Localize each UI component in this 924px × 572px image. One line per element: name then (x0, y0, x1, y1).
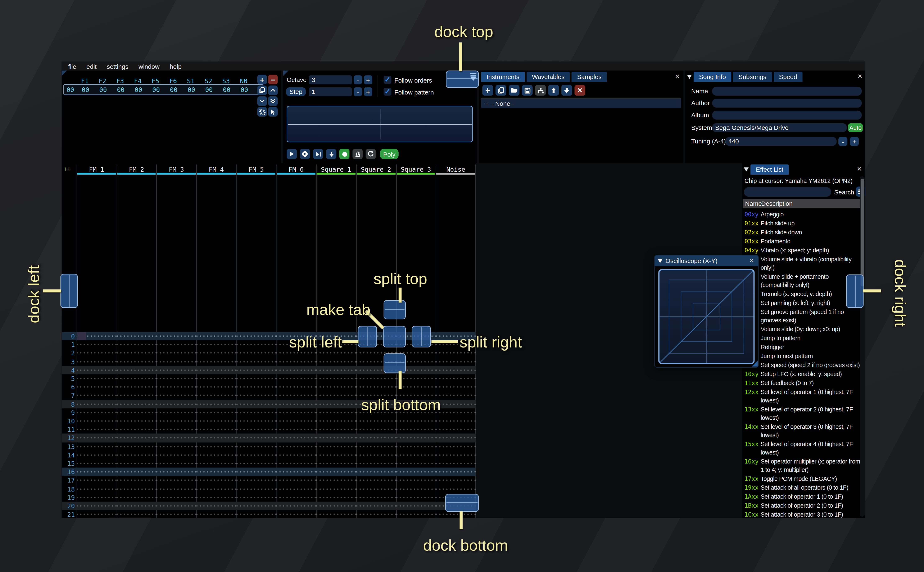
system-input[interactable]: Sega Genesis/Mega Drive (712, 123, 847, 132)
pattern-cell[interactable] (156, 408, 196, 417)
pattern-cell[interactable] (356, 374, 396, 383)
oscilloscope-collapse-icon[interactable] (658, 259, 662, 263)
order-value-F2[interactable]: 00 (94, 86, 112, 93)
split-bottom-target[interactable] (383, 353, 406, 373)
pattern-cell[interactable] (76, 400, 117, 408)
pattern-cell[interactable] (117, 332, 156, 340)
pattern-cell[interactable] (436, 425, 476, 434)
pattern-cell[interactable] (396, 485, 436, 493)
step-minus-button[interactable]: - (354, 87, 362, 96)
pattern-cell[interactable] (316, 408, 356, 417)
tab-instruments[interactable]: Instruments (481, 72, 525, 82)
pattern-cell[interactable] (236, 349, 276, 358)
pattern-cell[interactable] (196, 383, 236, 392)
pattern-row-18[interactable]: 18 (62, 485, 476, 493)
oscilloscope-xy-window[interactable]: Oscilloscope (X-Y) ✕ (654, 255, 759, 368)
record-button[interactable] (340, 149, 350, 159)
pattern-cell[interactable] (76, 417, 117, 425)
effect-row-1Bxx[interactable]: 1BxxSet attack of operator 2 (0 to 1F) (742, 501, 862, 510)
pattern-cell[interactable] (196, 349, 236, 358)
pattern-cell[interactable] (76, 476, 117, 485)
pattern-cell[interactable] (276, 374, 316, 383)
pattern-cell[interactable] (236, 400, 276, 408)
pattern-cell[interactable] (76, 357, 117, 366)
effect-row-17xx[interactable]: 17xxToggle PCM mode (LEGACY) (742, 474, 862, 483)
pattern-cell[interactable] (117, 510, 156, 518)
pattern-cell[interactable] (117, 434, 156, 442)
pattern-cell[interactable] (436, 374, 476, 383)
pattern-cell[interactable] (436, 434, 476, 442)
dock-top-target[interactable] (446, 70, 479, 88)
pattern-cell[interactable] (117, 366, 156, 375)
pattern-row-2[interactable]: 2 (62, 349, 476, 358)
pattern-cell[interactable] (316, 417, 356, 425)
pattern-cell[interactable] (236, 417, 276, 425)
pattern-row-5[interactable]: 5 (62, 374, 476, 383)
pattern-cell[interactable] (236, 451, 276, 459)
pattern-cell[interactable] (236, 468, 276, 476)
pattern-cell[interactable] (117, 468, 156, 476)
tab-wavetables[interactable]: Wavetables (527, 72, 570, 82)
dock-bottom-target[interactable] (445, 494, 479, 512)
order-up-button[interactable] (268, 85, 278, 95)
metronome-button[interactable] (352, 149, 363, 159)
tab-song-info[interactable]: Song Info (693, 72, 731, 82)
system-auto-button[interactable]: Auto (848, 123, 863, 132)
effect-row-1Axx[interactable]: 1AxxSet attack of operator 1 (0 to 1F) (742, 492, 862, 501)
effect-table-header[interactable]: Name Description (743, 199, 860, 208)
pattern-cell[interactable] (76, 451, 117, 459)
pattern-cell[interactable] (156, 417, 196, 425)
effect-row-01xx[interactable]: 01xxPitch slide up (742, 219, 862, 228)
pattern-row-19[interactable]: 19 (62, 493, 476, 502)
pattern-cell[interactable] (276, 451, 316, 459)
pattern-cell[interactable] (396, 510, 436, 518)
effect-row-03xx[interactable]: 03xxPortamento (742, 237, 862, 246)
channel-header-fm-2[interactable]: FM 2 (117, 166, 156, 173)
effect-row-0Cxx[interactable]: 0CxxRetrigger (742, 343, 862, 352)
pattern-cell[interactable] (156, 451, 196, 459)
effect-search-input[interactable] (744, 187, 831, 197)
pattern-cell[interactable] (196, 476, 236, 485)
menu-item-help[interactable]: help (170, 62, 182, 70)
song-info-collapse-icon[interactable] (687, 75, 692, 79)
channel-header-fm-3[interactable]: FM 3 (156, 166, 196, 173)
effect-list-scrollbar-thumb[interactable] (861, 179, 864, 286)
pattern-cell[interactable] (316, 451, 356, 459)
effect-row-1Cxx[interactable]: 1CxxSet attack of operator 3 (0 to 1F) (742, 510, 862, 518)
menu-item-window[interactable]: window (139, 62, 159, 70)
pattern-cell[interactable] (276, 510, 316, 518)
pattern-cell[interactable] (156, 510, 196, 518)
pattern-cell[interactable] (196, 459, 236, 468)
pattern-cell[interactable] (356, 459, 396, 468)
pattern-cell[interactable] (356, 502, 396, 510)
pattern-cell[interactable] (356, 451, 396, 459)
effect-row-13xx[interactable]: 13xxSet level of operator 2 (0 highest, … (742, 405, 862, 422)
oscilloscope-close-icon[interactable]: ✕ (748, 257, 755, 264)
pattern-cell[interactable] (196, 468, 236, 476)
pattern-cell[interactable] (396, 468, 436, 476)
pattern-cell[interactable] (156, 366, 196, 375)
pattern-cell[interactable] (76, 408, 117, 417)
make-tab-target[interactable] (383, 326, 406, 347)
pattern-cell[interactable] (117, 340, 156, 349)
pattern-cell[interactable] (117, 493, 156, 502)
pattern-cell[interactable] (276, 493, 316, 502)
pattern-cell[interactable] (436, 468, 476, 476)
effect-row-19xx[interactable]: 19xxSet attack of all operators (0 to 1F… (742, 483, 862, 492)
pattern-cell[interactable] (117, 459, 156, 468)
channel-header-noise[interactable]: Noise (436, 166, 476, 173)
song-info-close-icon[interactable]: ✕ (856, 73, 863, 80)
effect-row-0Axy[interactable]: 0AxyVolume slide (0y: down; x0: up) (742, 325, 862, 334)
effect-row-11xx[interactable]: 11xxSet feedback (0 to 7) (742, 378, 862, 387)
pattern-cell[interactable] (436, 392, 476, 400)
tab-samples[interactable]: Samples (572, 72, 607, 82)
pattern-row-20[interactable]: 20 (62, 502, 476, 510)
order-value-S3[interactable]: 00 (218, 86, 235, 93)
order-value-F1[interactable]: 00 (76, 86, 94, 93)
channel-header-square-2[interactable]: Square 2 (356, 166, 396, 173)
pattern-cell[interactable] (436, 400, 476, 408)
pattern-cell[interactable] (236, 502, 276, 510)
pattern-cell[interactable] (396, 434, 436, 442)
pattern-cell[interactable] (276, 383, 316, 392)
pattern-cell[interactable] (396, 417, 436, 425)
